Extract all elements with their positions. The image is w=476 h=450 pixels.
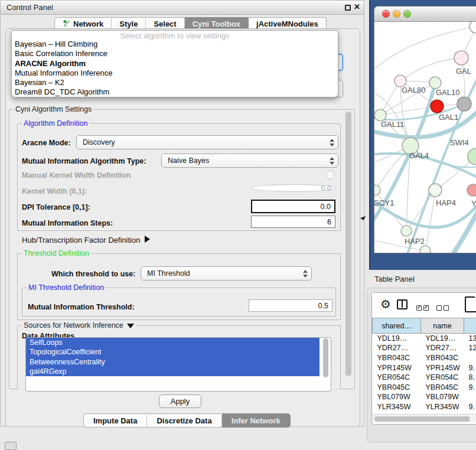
table-cell[interactable]: YBR045C bbox=[373, 382, 421, 392]
network-node[interactable] bbox=[374, 185, 380, 195]
table-cell[interactable]: YLR345W bbox=[373, 402, 421, 412]
network-node[interactable] bbox=[429, 77, 441, 89]
close-icon[interactable]: ✕ bbox=[354, 2, 360, 11]
attribute-item[interactable]: gal4RGexp bbox=[26, 367, 319, 376]
table-hscrollbar-thumb[interactable] bbox=[374, 416, 470, 422]
column-header-name[interactable]: name bbox=[421, 318, 464, 334]
table-hscrollbar-track[interactable] bbox=[372, 414, 476, 422]
network-window-titlebar[interactable] bbox=[374, 6, 476, 22]
settings-scrollbar[interactable] bbox=[345, 112, 351, 376]
minimized-panel-icon[interactable] bbox=[5, 442, 17, 450]
columns-icon[interactable] bbox=[397, 299, 407, 309]
select-all-icon[interactable] bbox=[416, 302, 431, 313]
table-cell[interactable]: 9. bbox=[464, 382, 476, 392]
table-cell[interactable]: YER054C bbox=[373, 373, 421, 383]
table-cell[interactable]: YPR145W bbox=[373, 363, 421, 373]
table-row[interactable]: YBR043CYBR043C bbox=[373, 353, 476, 363]
table-panel-title: Table Panel bbox=[374, 275, 415, 283]
tab-discretize-data[interactable]: Discretize Data bbox=[147, 413, 221, 428]
algorithm-item[interactable]: ARACNE Algorithm bbox=[12, 59, 338, 69]
network-node[interactable] bbox=[401, 226, 412, 236]
table-cell[interactable]: 8. bbox=[464, 373, 476, 383]
table-row[interactable]: YER054CYER054C8. bbox=[373, 373, 476, 383]
table-cell[interactable] bbox=[464, 353, 476, 363]
network-node[interactable] bbox=[457, 97, 471, 111]
column-header-shared-name[interactable]: shared… bbox=[373, 318, 421, 334]
tab-infer-network[interactable]: Infer Network bbox=[222, 413, 291, 428]
which-threshold-select[interactable]: MI Threshold bbox=[141, 266, 312, 281]
attribute-item[interactable]: BetweennessCentrality bbox=[26, 357, 319, 367]
close-traffic-light[interactable] bbox=[382, 10, 390, 18]
sources-title[interactable]: Sources for Network Inference bbox=[22, 321, 136, 330]
network-node[interactable] bbox=[395, 75, 406, 87]
export-table-icon[interactable] bbox=[465, 296, 476, 312]
table-cell[interactable]: YDL19… bbox=[421, 334, 464, 344]
table-row[interactable]: YDR27…YDR27…12 bbox=[373, 343, 476, 353]
table-cell[interactable]: YDL19… bbox=[373, 334, 421, 344]
kernel-width-value: 0.0 bbox=[321, 184, 331, 193]
table-row[interactable]: YLR345WYLR345W9. bbox=[373, 402, 476, 412]
table-cell[interactable]: YBR043C bbox=[373, 353, 421, 363]
table-row[interactable]: YDL19…YDL19…13 bbox=[373, 334, 476, 344]
table-cell[interactable]: 9. bbox=[464, 402, 476, 412]
node-table-body: YDL19…YDL19…13YDR27…YDR27…12YBR043CYBR04… bbox=[373, 334, 476, 413]
table-cell[interactable]: 9. bbox=[464, 363, 476, 373]
aracne-mode-select[interactable]: Discovery bbox=[76, 135, 338, 149]
mi-type-select[interactable]: Naive Bayes bbox=[161, 154, 338, 168]
algorithm-item[interactable]: Dream8 DC_TDC Algorithm bbox=[12, 87, 338, 97]
algorithm-item[interactable]: Bayesian – K2 bbox=[12, 78, 338, 87]
table-cell[interactable]: YER054C bbox=[421, 373, 464, 383]
table-cell[interactable]: YIL052C bbox=[373, 412, 421, 412]
gear-icon[interactable]: ⚙ bbox=[380, 297, 391, 311]
algorithm-item[interactable]: Mutual Information Inference bbox=[12, 69, 338, 78]
mi-threshold-input[interactable]: 0.5 bbox=[249, 299, 332, 312]
table-cell[interactable]: 13 bbox=[464, 334, 476, 344]
apply-button[interactable]: Apply bbox=[159, 394, 201, 408]
mi-type-label: Mutual Information Algorithm Type: bbox=[22, 157, 146, 165]
network-node[interactable] bbox=[429, 184, 442, 197]
kernel-width-input[interactable]: 0.0 bbox=[251, 184, 335, 192]
node-table: shared… name A YDL19…YDL19…13YDR27…YDR27… bbox=[372, 318, 476, 412]
table-cell[interactable] bbox=[464, 392, 476, 402]
table-row[interactable]: YPR145WYPR145W9. bbox=[373, 363, 476, 373]
table-cell[interactable]: YPR145W bbox=[421, 363, 464, 373]
table-cell[interactable]: YBR045C bbox=[421, 382, 464, 392]
zoom-traffic-light[interactable] bbox=[403, 10, 411, 18]
mi-steps-value: 6 bbox=[327, 218, 331, 226]
attribute-item[interactable]: SelfLoops bbox=[26, 338, 319, 347]
minimize-traffic-light[interactable] bbox=[393, 10, 400, 18]
column-header-third[interactable]: A bbox=[464, 318, 476, 334]
table-row[interactable]: YBL079WYBL079W bbox=[373, 392, 476, 402]
table-cell[interactable]: 12 bbox=[464, 343, 476, 353]
network-node[interactable] bbox=[470, 22, 476, 33]
table-cell[interactable]: 9 bbox=[464, 412, 476, 412]
maximize-icon[interactable] bbox=[345, 5, 351, 11]
attribute-item[interactable]: TopologicalCoefficient bbox=[26, 347, 319, 357]
network-node[interactable] bbox=[467, 184, 476, 196]
manual-kernel-checkbox[interactable] bbox=[326, 171, 334, 179]
mi-steps-input[interactable]: 6 bbox=[251, 216, 335, 228]
table-cell[interactable]: YBL079W bbox=[421, 392, 464, 402]
dpi-tolerance-input[interactable]: 0.0 bbox=[251, 200, 335, 213]
network-node[interactable] bbox=[431, 100, 444, 113]
table-row[interactable]: YBR045CYBR045C9. bbox=[373, 382, 476, 392]
algorithm-item[interactable]: Bayesian – Hill Climbing bbox=[12, 40, 338, 49]
table-row[interactable]: YIL052CYIL052C9 bbox=[373, 412, 476, 412]
network-node[interactable] bbox=[374, 109, 386, 121]
table-cell[interactable]: YIL052C bbox=[421, 412, 464, 412]
table-cell[interactable]: YLR345W bbox=[421, 402, 464, 412]
network-node[interactable] bbox=[454, 51, 468, 65]
deselect-all-icon[interactable] bbox=[436, 302, 451, 313]
table-cell[interactable]: YDR27… bbox=[373, 343, 421, 353]
tab-impute-data[interactable]: Impute Data bbox=[83, 413, 147, 428]
hub-definition-toggle[interactable]: Hub/Transcription Factor Definition bbox=[22, 236, 150, 244]
table-cell[interactable]: YBR043C bbox=[421, 353, 464, 363]
algorithm-item[interactable]: Basic Correlation Inference bbox=[12, 49, 338, 58]
attributes-scrollbar[interactable] bbox=[323, 338, 328, 377]
table-cell[interactable]: YBL079W bbox=[373, 392, 421, 402]
network-node[interactable] bbox=[468, 148, 476, 165]
table-cell[interactable]: YDR27… bbox=[421, 343, 464, 353]
network-canvas[interactable]: GALGAL80GAL10GAL1GAL11SWI4GAL4GCY1HAP4YH… bbox=[374, 22, 476, 253]
network-node[interactable] bbox=[420, 246, 431, 253]
control-panel-titlebar[interactable]: Control Panel ✕ bbox=[1, 1, 364, 15]
